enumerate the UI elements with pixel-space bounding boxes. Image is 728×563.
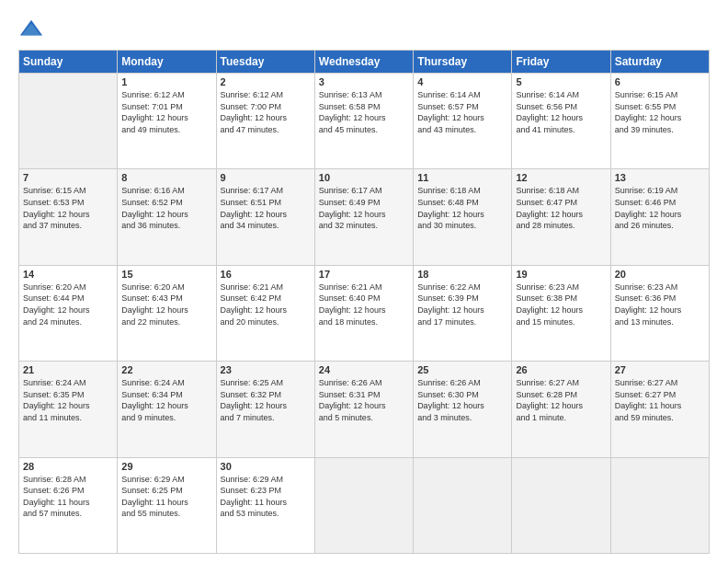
calendar-cell: 20Sunrise: 6:23 AM Sunset: 6:36 PM Dayli… [610,265,709,361]
day-number: 1 [121,76,211,87]
cell-info: Sunrise: 6:20 AM Sunset: 6:43 PM Dayligh… [121,282,211,327]
calendar-cell: 23Sunrise: 6:25 AM Sunset: 6:32 PM Dayli… [216,362,314,457]
day-number: 19 [516,269,606,280]
cell-info: Sunrise: 6:12 AM Sunset: 7:01 PM Dayligh… [121,89,211,135]
calendar-cell: 2Sunrise: 6:12 AM Sunset: 7:00 PM Daylig… [216,74,314,169]
calendar-cell: 8Sunrise: 6:16 AM Sunset: 6:52 PM Daylig… [118,169,216,265]
day-number: 5 [516,76,606,87]
cell-info: Sunrise: 6:27 AM Sunset: 6:27 PM Dayligh… [615,377,705,423]
cell-info: Sunrise: 6:16 AM Sunset: 6:52 PM Dayligh… [121,185,211,231]
cell-info: Sunrise: 6:17 AM Sunset: 6:51 PM Dayligh… [221,185,311,231]
cell-info: Sunrise: 6:19 AM Sunset: 6:46 PM Dayligh… [615,185,705,231]
calendar-cell: 17Sunrise: 6:21 AM Sunset: 6:40 PM Dayli… [314,265,413,361]
calendar-table: SundayMondayTuesdayWednesdayThursdayFrid… [18,50,710,554]
logo [18,17,48,42]
cell-info: Sunrise: 6:14 AM Sunset: 6:56 PM Dayligh… [516,89,606,135]
calendar-cell: 14Sunrise: 6:20 AM Sunset: 6:44 PM Dayli… [19,265,118,361]
day-number: 9 [221,172,311,183]
cell-info: Sunrise: 6:23 AM Sunset: 6:38 PM Dayligh… [516,282,606,327]
calendar-cell: 15Sunrise: 6:20 AM Sunset: 6:43 PM Dayli… [118,265,216,361]
cell-info: Sunrise: 6:18 AM Sunset: 6:48 PM Dayligh… [417,185,507,231]
day-number: 23 [221,364,311,375]
calendar-week-row: 21Sunrise: 6:24 AM Sunset: 6:35 PM Dayli… [19,362,710,457]
calendar-cell: 10Sunrise: 6:17 AM Sunset: 6:49 PM Dayli… [314,169,413,265]
day-number: 27 [615,364,705,375]
calendar-cell: 18Sunrise: 6:22 AM Sunset: 6:39 PM Dayli… [414,265,512,361]
calendar-cell: 6Sunrise: 6:15 AM Sunset: 6:55 PM Daylig… [610,74,709,169]
day-number: 26 [516,364,606,375]
calendar-cell: 28Sunrise: 6:28 AM Sunset: 6:26 PM Dayli… [19,457,118,553]
calendar-cell: 22Sunrise: 6:24 AM Sunset: 6:34 PM Dayli… [118,362,216,457]
calendar-cell: 26Sunrise: 6:27 AM Sunset: 6:28 PM Dayli… [512,362,610,457]
calendar-header-row: SundayMondayTuesdayWednesdayThursdayFrid… [19,51,710,74]
calendar-cell: 19Sunrise: 6:23 AM Sunset: 6:38 PM Dayli… [512,265,610,361]
calendar-cell: 5Sunrise: 6:14 AM Sunset: 6:56 PM Daylig… [512,74,610,169]
calendar-cell: 1Sunrise: 6:12 AM Sunset: 7:01 PM Daylig… [118,74,216,169]
day-number: 16 [221,269,311,280]
cell-info: Sunrise: 6:15 AM Sunset: 6:55 PM Dayligh… [615,89,705,135]
cell-info: Sunrise: 6:18 AM Sunset: 6:47 PM Dayligh… [516,185,606,231]
calendar-cell: 3Sunrise: 6:13 AM Sunset: 6:58 PM Daylig… [314,74,413,169]
calendar-cell: 11Sunrise: 6:18 AM Sunset: 6:48 PM Dayli… [414,169,512,265]
cell-info: Sunrise: 6:22 AM Sunset: 6:39 PM Dayligh… [417,282,507,327]
day-number: 28 [23,461,113,472]
day-number: 12 [516,172,606,183]
cell-info: Sunrise: 6:14 AM Sunset: 6:57 PM Dayligh… [417,89,507,135]
col-header-thursday: Thursday [414,51,512,74]
calendar-cell: 29Sunrise: 6:29 AM Sunset: 6:25 PM Dayli… [118,457,216,553]
col-header-friday: Friday [512,51,610,74]
calendar-week-row: 14Sunrise: 6:20 AM Sunset: 6:44 PM Dayli… [19,265,710,361]
day-number: 30 [221,461,311,472]
day-number: 18 [417,269,507,280]
cell-info: Sunrise: 6:13 AM Sunset: 6:58 PM Dayligh… [319,89,409,135]
cell-info: Sunrise: 6:12 AM Sunset: 7:00 PM Dayligh… [221,89,311,135]
cell-info: Sunrise: 6:17 AM Sunset: 6:49 PM Dayligh… [319,185,409,231]
calendar-cell: 27Sunrise: 6:27 AM Sunset: 6:27 PM Dayli… [610,362,709,457]
calendar-cell [414,457,512,553]
day-number: 11 [417,172,507,183]
cell-info: Sunrise: 6:29 AM Sunset: 6:23 PM Dayligh… [221,474,311,520]
calendar-cell: 25Sunrise: 6:26 AM Sunset: 6:30 PM Dayli… [414,362,512,457]
calendar-cell [512,457,610,553]
cell-info: Sunrise: 6:23 AM Sunset: 6:36 PM Dayligh… [615,282,705,327]
day-number: 13 [615,172,705,183]
col-header-monday: Monday [118,51,216,74]
day-number: 21 [23,364,113,375]
cell-info: Sunrise: 6:24 AM Sunset: 6:35 PM Dayligh… [23,377,113,423]
calendar-cell [314,457,413,553]
calendar-cell [610,457,709,553]
calendar-cell: 4Sunrise: 6:14 AM Sunset: 6:57 PM Daylig… [414,74,512,169]
calendar-cell: 16Sunrise: 6:21 AM Sunset: 6:42 PM Dayli… [216,265,314,361]
day-number: 22 [121,364,211,375]
calendar-cell: 13Sunrise: 6:19 AM Sunset: 6:46 PM Dayli… [610,169,709,265]
day-number: 7 [23,172,113,183]
cell-info: Sunrise: 6:28 AM Sunset: 6:26 PM Dayligh… [23,474,113,520]
calendar-cell: 30Sunrise: 6:29 AM Sunset: 6:23 PM Dayli… [216,457,314,553]
day-number: 15 [121,269,211,280]
calendar-cell [19,74,118,169]
cell-info: Sunrise: 6:24 AM Sunset: 6:34 PM Dayligh… [121,377,211,423]
calendar-cell: 24Sunrise: 6:26 AM Sunset: 6:31 PM Dayli… [314,362,413,457]
day-number: 4 [417,76,507,87]
page: SundayMondayTuesdayWednesdayThursdayFrid… [0,0,728,563]
day-number: 8 [121,172,211,183]
cell-info: Sunrise: 6:15 AM Sunset: 6:53 PM Dayligh… [23,185,113,231]
header [18,17,710,42]
col-header-wednesday: Wednesday [314,51,413,74]
day-number: 29 [121,461,211,472]
col-header-sunday: Sunday [19,51,118,74]
calendar-week-row: 28Sunrise: 6:28 AM Sunset: 6:26 PM Dayli… [19,457,710,553]
day-number: 25 [417,364,507,375]
calendar-cell: 12Sunrise: 6:18 AM Sunset: 6:47 PM Dayli… [512,169,610,265]
cell-info: Sunrise: 6:29 AM Sunset: 6:25 PM Dayligh… [121,474,211,520]
cell-info: Sunrise: 6:26 AM Sunset: 6:31 PM Dayligh… [319,377,409,423]
day-number: 2 [221,76,311,87]
day-number: 6 [615,76,705,87]
col-header-saturday: Saturday [610,51,709,74]
calendar-week-row: 1Sunrise: 6:12 AM Sunset: 7:01 PM Daylig… [19,74,710,169]
calendar-cell: 21Sunrise: 6:24 AM Sunset: 6:35 PM Dayli… [19,362,118,457]
cell-info: Sunrise: 6:20 AM Sunset: 6:44 PM Dayligh… [23,282,113,327]
col-header-tuesday: Tuesday [216,51,314,74]
cell-info: Sunrise: 6:21 AM Sunset: 6:42 PM Dayligh… [221,282,311,327]
cell-info: Sunrise: 6:25 AM Sunset: 6:32 PM Dayligh… [221,377,311,423]
